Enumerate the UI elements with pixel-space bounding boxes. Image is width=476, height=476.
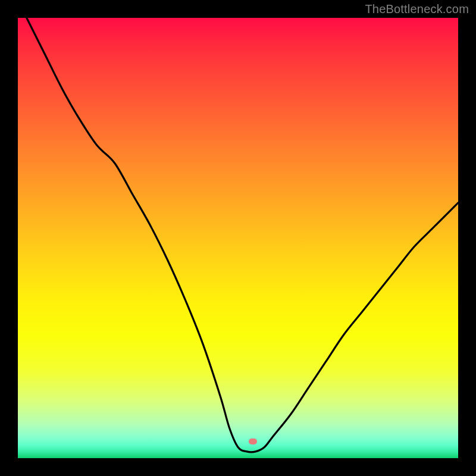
- bottleneck-curve: [18, 18, 458, 458]
- plot-area: [18, 18, 458, 458]
- watermark-text: TheBottleneck.com: [365, 2, 469, 16]
- chart-frame: TheBottleneck.com: [0, 0, 476, 476]
- optimum-marker: [249, 439, 257, 444]
